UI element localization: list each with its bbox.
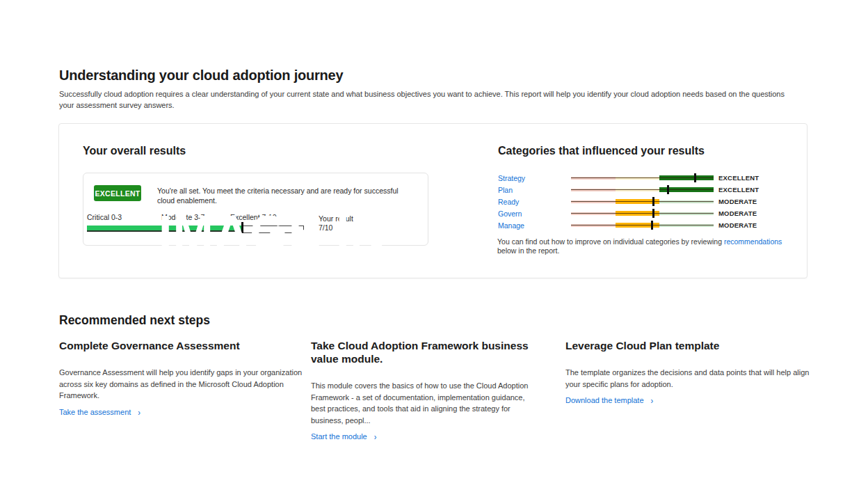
categories-note-before: You can find out how to improve on indiv… (497, 237, 724, 246)
step-body: The template organizes the decisions and… (565, 367, 812, 390)
page-subtitle: Successfully cloud adoption requires a c… (59, 89, 789, 111)
page-title: Understanding your cloud adoption journe… (59, 68, 343, 84)
chevron-right-icon: › (138, 407, 140, 417)
category-rating: EXCELLENT (718, 186, 759, 193)
category-rating: EXCELLENT (718, 174, 759, 182)
chevron-right-icon: › (374, 432, 377, 441)
category-link[interactable]: Strategy (498, 174, 525, 182)
score-tick (694, 173, 696, 182)
category-score-bar (571, 185, 714, 194)
scale-label-critical: Critical 0-3 (87, 213, 122, 221)
result-summary-text: You're all set. You meet the criteria ne… (157, 186, 402, 205)
category-rows: StrategyEXCELLENTPlanEXCELLENTReadyMODER… (498, 173, 797, 232)
results-card: Your overall results EXCELLENT You're al… (58, 123, 807, 278)
recommendations-link[interactable]: recommendations (724, 237, 782, 246)
your-result-label: Your result: (319, 214, 355, 223)
category-row: GovernMODERATE (498, 208, 797, 220)
score-tick (651, 221, 653, 230)
categories-heading: Categories that influenced your results (498, 145, 705, 157)
chevron-right-icon: › (651, 395, 654, 405)
step-link-label: Take the assessment (59, 408, 131, 416)
score-tick (652, 209, 654, 218)
next-steps-heading: Recommended next steps (59, 313, 210, 328)
category-rating: MODERATE (718, 221, 757, 229)
scale-label-excellent: Excellent 7-10 (230, 213, 277, 221)
take-assessment-link[interactable]: Take the assessment› (59, 408, 140, 416)
start-module-link[interactable]: Start the module› (311, 432, 376, 441)
axis-line (571, 225, 714, 226)
result-badge: EXCELLENT (94, 185, 141, 201)
step-title: Complete Governance Assessment (59, 339, 311, 352)
axis-line (571, 177, 714, 178)
overall-score-bar (87, 226, 304, 233)
step-title: Leverage Cloud Plan template (565, 339, 812, 352)
category-link[interactable]: Manage (498, 221, 524, 230)
category-score-bar (571, 173, 714, 182)
next-step-card-cloud-plan: Leverage Cloud Plan template The templat… (565, 339, 812, 406)
category-link[interactable]: Plan (498, 186, 513, 194)
step-title: Take Cloud Adoption Framework business v… (311, 339, 540, 365)
category-rating: MODERATE (718, 210, 757, 217)
axis-line (571, 201, 714, 202)
overall-results-heading: Your overall results (83, 145, 186, 157)
axis-line (571, 189, 714, 190)
category-score-bar (571, 197, 714, 206)
step-body: Governance Assessment will help you iden… (59, 367, 311, 402)
overall-bar-fill (87, 226, 242, 232)
overall-bar-tick (241, 222, 243, 233)
axis-line (571, 213, 714, 214)
categories-note: You can find out how to improve on indiv… (497, 237, 803, 255)
your-result-value: 7/10 (319, 223, 355, 232)
step-link-label: Start the module (311, 432, 367, 441)
category-link[interactable]: Ready (498, 198, 519, 206)
category-row: ManageMODERATE (498, 220, 797, 232)
next-step-card-business-value: Take Cloud Adoption Framework business v… (311, 339, 540, 442)
step-body: This module covers the basics of how to … (311, 380, 540, 426)
overall-bar-empty (242, 226, 304, 233)
category-score-bar (571, 209, 714, 218)
categories-note-after: below in the report. (497, 246, 803, 255)
score-tick (667, 185, 669, 194)
category-row: ReadyMODERATE (498, 196, 797, 208)
overall-result-box: EXCELLENT You're all set. You meet the c… (83, 173, 428, 246)
assessment-report-page: Understanding your cloud adoption journe… (0, 0, 868, 490)
category-score-bar (571, 221, 714, 230)
score-tick (652, 197, 654, 206)
download-template-link[interactable]: Download the template› (565, 396, 653, 404)
scale-label-moderate: Moderate 3-7 (161, 213, 204, 221)
category-row: StrategyEXCELLENT (498, 173, 797, 184)
category-link[interactable]: Govern (498, 210, 522, 218)
category-rating: MODERATE (718, 198, 757, 205)
your-result-block: Your result: 7/10 (319, 214, 355, 232)
step-link-label: Download the template (565, 396, 644, 404)
next-step-card-governance: Complete Governance Assessment Governanc… (59, 339, 311, 418)
category-row: PlanEXCELLENT (498, 184, 797, 196)
score-scale: Critical 0-3 Moderate 3-7 Excellent 7-10 (87, 213, 304, 234)
